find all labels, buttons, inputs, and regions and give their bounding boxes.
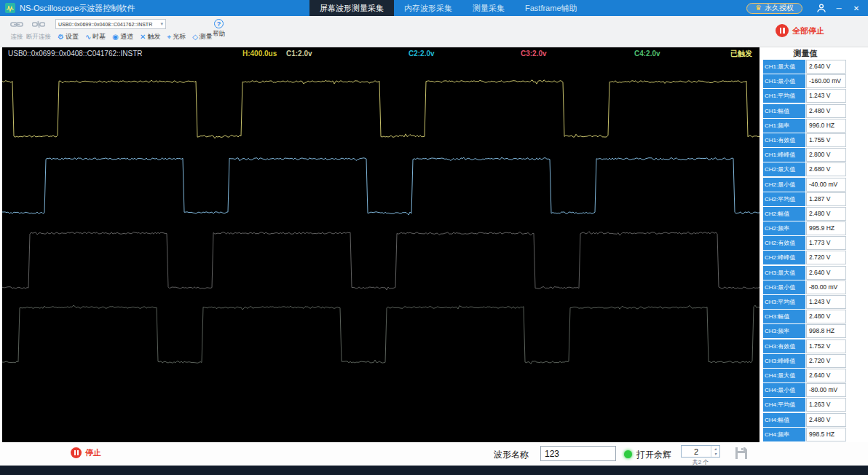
connect-button[interactable]: 连接	[4, 19, 29, 42]
bottom-strip	[0, 466, 868, 475]
tab-3[interactable]: 测量采集	[462, 0, 515, 16]
persistence-label: 打开余辉	[636, 449, 671, 461]
cursor-button-光标[interactable]: ⌖光标	[165, 31, 188, 42]
waveform-name-label: 波形名称	[494, 449, 529, 461]
measurement-label: CH2:峰峰值	[763, 251, 805, 264]
measurement-row: CH3:频率998.8 HZ	[763, 324, 848, 338]
button-label: 测量	[200, 32, 213, 42]
measurement-label: CH1:有效值	[763, 133, 805, 147]
measurement-row: CH2:峰峰值2.720 V	[763, 251, 848, 264]
user-account-icon[interactable]	[813, 0, 830, 16]
tab-2[interactable]: 内存波形采集	[394, 0, 462, 16]
measurement-row: CH1:幅值2.480 V	[763, 104, 848, 118]
measurement-row: CH1:峰峰值2.800 V	[763, 148, 848, 162]
oscilloscope-display: USB0::0x0699::0x0408::C041762::INSTR H:4…	[2, 47, 760, 442]
waveform-ch1	[2, 80, 760, 138]
button-label: 设置	[66, 32, 79, 42]
measure-button-测量[interactable]: ◇测量	[190, 31, 215, 42]
disconnect-label: 断开连接	[26, 33, 51, 42]
count-value: 2	[682, 447, 711, 456]
scope-header: USB0::0x0699::0x0408::C041762::INSTR H:4…	[2, 47, 760, 60]
measurement-label: CH3:平均值	[763, 295, 805, 309]
measurement-row: CH4:平均值1.263 V	[763, 398, 848, 412]
measurement-value: 1.773 V	[806, 236, 846, 250]
measurement-row: CH3:最小值-80.00 mV	[763, 280, 848, 294]
measurement-value: 2.480 V	[806, 413, 846, 427]
license-badge-label: 永久授权	[765, 3, 794, 13]
measurement-value: 2.640 V	[806, 266, 846, 280]
minimize-button[interactable]: ─	[830, 0, 848, 16]
persistence-indicator-icon[interactable]	[624, 450, 632, 458]
measurement-value: 2.480 V	[806, 104, 846, 118]
measurement-value: 1.243 V	[806, 295, 846, 309]
spinner-arrows-icon[interactable]: ▴▾	[711, 446, 719, 457]
measurement-value: 1.263 V	[806, 398, 846, 412]
channel-1-scale-label: C1:2.0v	[286, 47, 312, 60]
measurement-row: CH1:最大值2.640 V	[763, 60, 848, 74]
trigger-button-触发[interactable]: ✕触发	[138, 31, 162, 42]
timebase-button-时基[interactable]: ∿时基	[83, 31, 108, 42]
measurement-row: CH3:峰峰值2.720 V	[763, 354, 848, 368]
measurement-value: -80.00 mV	[806, 383, 846, 397]
toolbar: 连接 断开连接 USB0::0x0699::0x0408::C041762::I…	[0, 16, 868, 47]
measurement-label: CH2:平均值	[763, 192, 805, 206]
measurement-value: -40.00 mV	[806, 178, 846, 192]
measurement-row: CH2:平均值1.287 V	[763, 192, 848, 206]
measurement-panel-title: 测量值	[763, 47, 848, 60]
app-logo-icon	[5, 3, 15, 13]
measurement-row: CH1:平均值1.243 V	[763, 89, 848, 103]
waveform-name-input[interactable]	[540, 446, 616, 461]
measurement-value: 2.680 V	[806, 162, 846, 176]
channel-button-通道[interactable]: ◉通道	[110, 31, 135, 42]
measurement-label: CH2:频率	[763, 221, 805, 235]
measurement-row: CH1:最小值-160.00 mV	[763, 74, 848, 88]
measurement-value: 996.0 HZ	[806, 119, 846, 133]
measurement-label: CH1:峰峰值	[763, 148, 805, 162]
license-badge[interactable]: ♛ 永久授权	[746, 3, 802, 14]
measurement-label: CH4:最大值	[763, 369, 805, 382]
measurement-label: CH1:最大值	[763, 60, 805, 74]
measurement-label: CH2:有效值	[763, 236, 805, 250]
tab-1[interactable]: 屏幕波形测量采集	[309, 0, 394, 16]
measurement-rows: CH1:最大值2.640 VCH1:最小值-160.00 mVCH1:平均值1.…	[763, 60, 848, 441]
measurement-row: CH2:最大值2.680 V	[763, 162, 848, 176]
waveform-canvas	[2, 60, 760, 442]
measurement-row: CH3:最大值2.640 V	[763, 266, 848, 280]
stop-button[interactable]: 停止	[71, 447, 101, 458]
spinner-box[interactable]: 2 ▴▾	[681, 445, 720, 458]
save-icon[interactable]	[734, 447, 749, 460]
waveform-count-spinner[interactable]: 2 ▴▾ 共2 个	[681, 445, 720, 466]
measurement-row: CH1:频率996.0 HZ	[763, 119, 848, 133]
chevron-down-icon: ▾	[160, 21, 163, 27]
button-label: 时基	[92, 32, 106, 42]
broken-link-icon	[32, 19, 45, 32]
help-button[interactable]: ? 帮助	[213, 19, 225, 39]
measurement-value: 2.480 V	[806, 310, 846, 323]
stop-label: 停止	[85, 447, 101, 458]
gear-icon: ⚙	[58, 34, 64, 41]
pause-icon	[776, 24, 789, 37]
measurement-value: 995.9 HZ	[806, 221, 846, 235]
close-button[interactable]: ✕	[848, 0, 865, 16]
timebase-wave-icon: ∿	[85, 34, 91, 41]
measurement-value: 2.480 V	[806, 207, 846, 221]
scope-resource-label: USB0::0x0699::0x0408::C041762::INSTR	[8, 47, 143, 60]
measurement-row: CH2:有效值1.773 V	[763, 236, 848, 250]
disconnect-button[interactable]: 断开连接	[26, 19, 51, 42]
tab-4[interactable]: Fastframe辅助	[515, 0, 588, 16]
measurement-label: CH1:最小值	[763, 74, 805, 88]
measurement-row: CH2:最小值-40.00 mV	[763, 178, 848, 192]
measurement-label: CH4:平均值	[763, 398, 805, 412]
stop-all-button[interactable]: 全部停止	[776, 24, 824, 37]
device-select[interactable]: USB0::0x0699::0x0408::C041762::INSTR ▾	[55, 19, 166, 29]
measurement-label: CH1:幅值	[763, 104, 805, 118]
cursor-target-icon: ⌖	[167, 34, 171, 41]
measurement-row: CH2:频率995.9 HZ	[763, 221, 848, 235]
measurement-label: CH2:最小值	[763, 178, 805, 192]
measurement-label: CH4:幅值	[763, 413, 805, 427]
measurement-value: 2.720 V	[806, 251, 846, 264]
gear-button-设置[interactable]: ⚙设置	[55, 31, 81, 42]
measurement-label: CH3:峰峰值	[763, 354, 805, 368]
measurement-row: CH4:频率998.5 HZ	[763, 428, 848, 441]
waveform-ch3	[2, 232, 760, 290]
